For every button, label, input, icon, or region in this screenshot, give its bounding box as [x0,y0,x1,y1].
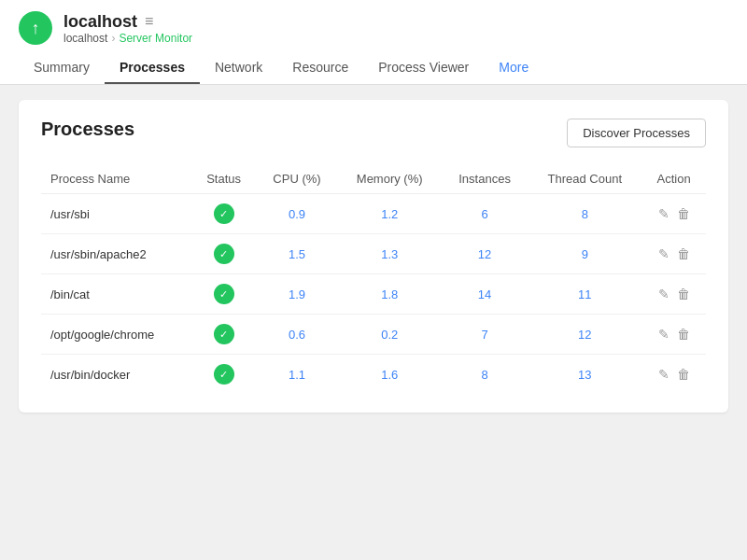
menu-icon[interactable]: ≡ [145,13,153,30]
header-title-group: localhost ≡ localhost › Server Monitor [63,12,192,45]
memory-value: 1.3 [338,234,442,274]
col-memory: Memory (%) [338,164,442,194]
cpu-value: 1.1 [256,355,337,395]
process-name: /usr/sbi [41,194,191,234]
status-indicator: ✓ [214,203,234,224]
table-row: /usr/bin/docker✓1.11.6813✎🗑 [41,355,706,395]
delete-icon[interactable]: 🗑 [677,327,690,342]
logo-icon: ↑ [19,11,52,45]
process-name: /usr/bin/docker [41,355,191,395]
col-process-name: Process Name [41,164,191,194]
table-row: /usr/sbin/apache2✓1.51.3129✎🗑 [41,234,706,274]
process-status: ✓ [191,274,257,315]
process-table: Process Name Status CPU (%) Memory (%) I… [41,164,706,394]
action-cell: ✎🗑 [641,274,706,315]
edit-icon[interactable]: ✎ [658,206,669,221]
memory-value: 1.8 [338,274,442,315]
breadcrumb-link[interactable]: Server Monitor [119,32,192,45]
table-row: /opt/google/chrome✓0.60.2712✎🗑 [41,315,706,355]
thread-count-value: 11 [528,274,641,315]
cpu-value: 1.5 [256,234,337,274]
tab-network[interactable]: Network [200,52,277,84]
col-thread-count: Thread Count [528,164,641,194]
action-icons: ✎🗑 [651,367,697,382]
edit-icon[interactable]: ✎ [658,367,669,382]
discover-processes-button[interactable]: Discover Processes [567,119,706,147]
thread-count-value: 12 [528,315,641,355]
memory-value: 1.6 [338,355,442,395]
action-icons: ✎🗑 [651,206,697,221]
instances-value: 8 [442,355,529,395]
process-name: /usr/sbin/apache2 [41,234,191,274]
status-indicator: ✓ [214,364,234,385]
action-cell: ✎🗑 [641,194,706,234]
main-content: Processes Discover Processes Process Nam… [0,85,747,560]
thread-count-value: 9 [528,234,641,274]
col-cpu: CPU (%) [256,164,337,194]
process-status: ✓ [191,315,257,355]
header: ↑ localhost ≡ localhost › Server Monitor… [0,0,747,85]
process-status: ✓ [191,234,257,274]
header-top: ↑ localhost ≡ localhost › Server Monitor [19,11,728,45]
instances-value: 6 [442,194,529,234]
tab-processes[interactable]: Processes [105,52,200,84]
delete-icon[interactable]: 🗑 [677,246,690,261]
thread-count-value: 8 [528,194,641,234]
col-status: Status [191,164,257,194]
cpu-value: 1.9 [256,274,337,315]
instances-value: 14 [442,274,529,315]
action-cell: ✎🗑 [641,355,706,395]
table-row: /bin/cat✓1.91.81411✎🗑 [41,274,706,315]
tab-resource[interactable]: Resource [277,52,363,84]
process-status: ✓ [191,355,257,395]
instances-value: 7 [442,315,529,355]
status-indicator: ✓ [214,244,234,264]
table-row: /usr/sbi✓0.91.268✎🗑 [41,194,706,234]
tab-more[interactable]: More [484,52,543,84]
app-container: ↑ localhost ≡ localhost › Server Monitor… [0,0,747,560]
processes-card: Processes Discover Processes Process Nam… [19,100,728,413]
card-title: Processes [41,119,134,140]
delete-icon[interactable]: 🗑 [677,287,690,301]
action-icons: ✎🗑 [651,287,697,301]
edit-icon[interactable]: ✎ [658,327,669,342]
process-status: ✓ [191,194,257,234]
breadcrumb-host: localhost [63,32,107,45]
breadcrumb: localhost › Server Monitor [63,32,192,45]
thread-count-value: 13 [528,355,641,395]
action-icons: ✎🗑 [651,246,697,261]
cpu-value: 0.6 [256,315,337,355]
tab-process-viewer[interactable]: Process Viewer [363,52,484,84]
col-instances: Instances [442,164,529,194]
edit-icon[interactable]: ✎ [658,287,669,301]
instances-value: 12 [442,234,529,274]
col-action: Action [641,164,706,194]
action-icons: ✎🗑 [651,327,697,342]
status-indicator: ✓ [214,324,234,344]
process-name: /opt/google/chrome [41,315,191,355]
header-title-row: localhost ≡ [63,12,192,32]
delete-icon[interactable]: 🗑 [677,206,690,221]
table-body: /usr/sbi✓0.91.268✎🗑/usr/sbin/apache2✓1.5… [41,194,706,395]
nav-tabs: Summary Processes Network Resource Proce… [19,52,728,84]
memory-value: 1.2 [338,194,442,234]
hostname: localhost [63,12,137,32]
edit-icon[interactable]: ✎ [658,246,669,261]
table-header: Process Name Status CPU (%) Memory (%) I… [41,164,706,194]
memory-value: 0.2 [338,315,442,355]
card-header: Processes Discover Processes [41,119,706,147]
status-indicator: ✓ [214,284,234,304]
action-cell: ✎🗑 [641,315,706,355]
tab-summary[interactable]: Summary [19,52,105,84]
cpu-value: 0.9 [256,194,337,234]
action-cell: ✎🗑 [641,234,706,274]
process-name: /bin/cat [41,274,191,315]
delete-icon[interactable]: 🗑 [677,367,690,382]
